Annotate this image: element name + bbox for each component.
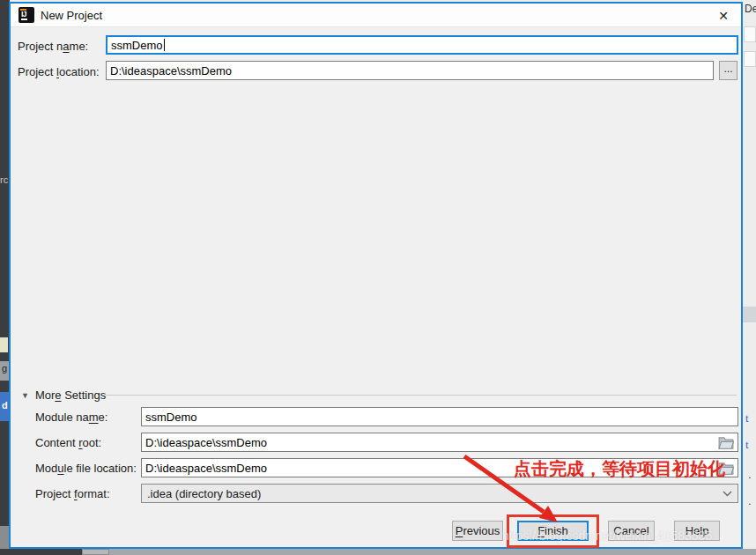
background-d-text: d: [2, 401, 8, 411]
folder-icon[interactable]: [718, 436, 734, 449]
background-yellow-strip: [0, 337, 8, 352]
statusbar-segment: [82, 549, 109, 555]
intellij-logo-icon: IJ: [19, 7, 34, 23]
finish-button[interactable]: Finish: [517, 521, 589, 541]
previous-button[interactable]: Previous: [452, 521, 503, 541]
close-icon[interactable]: ✕: [711, 5, 736, 26]
module-file-location-value: D:\ideaspace\ssmDemo: [145, 462, 267, 475]
new-project-dialog: IJ New Project ✕ Project name: ssmDemo P…: [9, 2, 743, 549]
background-ide-right-strip: De t t . .: [743, 0, 756, 555]
background-t-text: t: [745, 439, 749, 450]
dialog-titlebar[interactable]: IJ New Project ✕: [11, 4, 741, 27]
background-t-text: t: [745, 412, 749, 424]
background-dot: .: [748, 495, 752, 507]
project-format-label: Project format:: [35, 487, 110, 500]
module-file-location-label: Module file location:: [35, 462, 137, 475]
background-dot: .: [748, 469, 752, 480]
project-name-value: ssmDemo: [111, 39, 163, 52]
background-statusbar-strip: [0, 549, 756, 555]
project-location-value: D:\ideaspace\ssmDemo: [110, 64, 232, 78]
project-format-value: .idea (directory based): [147, 487, 261, 500]
text-caret: [164, 39, 165, 51]
dialog-title: New Project: [41, 9, 102, 22]
intellij-logo-bar: [21, 18, 27, 20]
background-de-text: De: [745, 4, 756, 14]
more-settings-toggle[interactable]: ▼ More Settings: [21, 388, 106, 402]
help-button[interactable]: Help: [674, 521, 720, 541]
project-location-label: Project location:: [18, 65, 100, 78]
cancel-button[interactable]: Cancel: [608, 521, 655, 541]
content-root-input[interactable]: D:\ideaspace\ssmDemo: [141, 433, 738, 452]
content-root-label: Content root:: [35, 436, 101, 449]
statusbar-segment: [109, 549, 756, 555]
background-grey-bar: [743, 307, 756, 322]
triangle-down-icon: ▼: [21, 391, 29, 400]
section-separator: [106, 395, 737, 396]
browse-button[interactable]: ...: [719, 61, 737, 80]
project-format-select[interactable]: .idea (directory based): [141, 484, 738, 503]
intellij-logo-text: IJ: [21, 10, 26, 18]
annotation-text: 点击完成，等待项目初始化: [514, 457, 725, 481]
background-tree-text: rc: [0, 175, 8, 185]
module-name-label: Module name:: [35, 411, 107, 424]
module-name-value: ssmDemo: [145, 411, 197, 424]
project-name-input[interactable]: ssmDemo: [106, 35, 738, 55]
statusbar-segment: [0, 549, 82, 555]
project-location-input[interactable]: D:\ideaspace\ssmDemo: [106, 61, 714, 80]
module-name-input[interactable]: ssmDemo: [141, 407, 738, 426]
chevron-down-icon: [723, 491, 732, 497]
more-settings-label: More Settings: [35, 388, 106, 402]
background-field-edge: [744, 26, 756, 42]
screen: rc g d De t t . . IJ New Project: [0, 0, 756, 555]
project-name-label: Project name:: [18, 40, 88, 53]
content-root-value: D:\ideaspace\ssmDemo: [145, 436, 267, 449]
background-g-text: g: [2, 364, 7, 374]
background-field-edge: [744, 51, 756, 67]
